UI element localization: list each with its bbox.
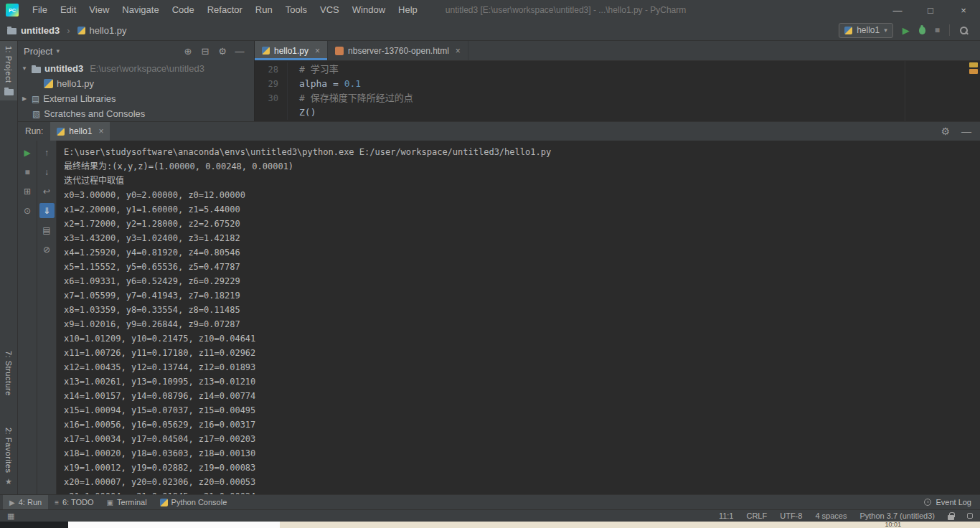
toolwindow-4-run[interactable]: ▶4: Run [3, 495, 48, 509]
run-config-selector[interactable]: hello1 ▾ [839, 23, 893, 38]
menu-vcs[interactable]: VCS [314, 0, 346, 20]
maximize-button[interactable]: □ [914, 0, 947, 20]
todo-icon: ≡ [55, 499, 59, 506]
rerun-button[interactable]: ▶ [20, 145, 35, 160]
star-icon: ★ [5, 477, 12, 486]
breadcrumb-file[interactable]: hello1.py [90, 25, 127, 36]
console-line: x11=1.00726, y11=0.17180, z11=0.02962 [64, 346, 980, 360]
restore-layout-button[interactable]: ⊞ [20, 184, 35, 199]
menu-view[interactable]: View [83, 0, 116, 20]
code-text[interactable]: # 学习率 [288, 62, 339, 77]
locate-file-button[interactable]: ⊕ [179, 46, 197, 57]
tree-path: E:\user\workspace\untitled3 [90, 63, 204, 74]
tab-nbserver-13760-open-html[interactable]: nbserver-13760-open.html× [328, 41, 468, 60]
project-panel-title[interactable]: Project [24, 46, 52, 57]
hide-panel-button[interactable]: — [231, 46, 248, 57]
print-button[interactable]: ▤ [39, 222, 55, 237]
run-tab-hello1[interactable]: hello1 × [50, 122, 110, 141]
toolwindow-terminal[interactable]: ▣Terminal [100, 495, 154, 509]
run-button[interactable]: ▶ [903, 25, 910, 36]
strip-segment [280, 522, 980, 528]
interpreter[interactable]: Python 3.7 (untitled3) [859, 512, 935, 520]
menu-run[interactable]: Run [249, 0, 279, 20]
down-stack-trace-button[interactable]: ↓ [39, 164, 55, 179]
code-text[interactable]: Z() [288, 105, 316, 120]
close-tab-icon[interactable]: × [456, 46, 461, 56]
line-number: 28 [255, 62, 288, 77]
editor-line: Z() [255, 105, 980, 120]
stripe-favorites-button[interactable]: 2: Favorites ★ [0, 423, 17, 491]
close-tab-icon[interactable]: × [98, 126, 103, 136]
stop-button[interactable]: ■ [935, 25, 940, 35]
folder-icon [4, 89, 14, 95]
tree-row-untitled3[interactable]: ▼untitled3E:\user\workspace\untitled3 [18, 61, 254, 76]
terminal-icon: ▣ [107, 499, 113, 506]
run-console-output[interactable]: E:\user\studysoftware\anaconda\envs\unti… [57, 141, 980, 494]
indicator-icon[interactable] [967, 513, 973, 519]
stop-button[interactable]: ■ [20, 164, 35, 179]
editor: hello1.py×nbserver-13760-open.html× 28# … [255, 41, 980, 121]
close-button[interactable]: × [947, 0, 980, 20]
code-token: # 学习率 [299, 64, 339, 75]
search-icon[interactable] [959, 26, 969, 35]
editor-line: 28# 学习率 [255, 62, 980, 77]
hide-run-panel-button[interactable]: — [961, 126, 971, 137]
menu-edit[interactable]: Edit [54, 0, 83, 20]
menu-tools[interactable]: Tools [279, 0, 314, 20]
menu-help[interactable]: Help [392, 0, 424, 20]
console-line: x17=1.00034, y17=0.04504, z17=0.00203 [64, 432, 980, 446]
tree-label: hello1.py [57, 78, 94, 89]
run-settings-button[interactable]: ⚙ [941, 126, 950, 137]
line-number: 30 [255, 91, 288, 105]
up-stack-trace-button[interactable]: ↑ [39, 145, 55, 160]
expanded-arrow-icon[interactable]: ▼ [21, 65, 28, 72]
menu-window[interactable]: Window [346, 0, 392, 20]
console-line: E:\user\studysoftware\anaconda\envs\unti… [64, 145, 980, 159]
tree-row-scratches-and-consoles[interactable]: Scratches and Consoles [18, 106, 254, 121]
warning-marker-icon[interactable] [969, 69, 978, 74]
soft-wrap-button[interactable]: ↩ [39, 184, 55, 199]
event-log-button[interactable]: Event Log [924, 498, 977, 506]
close-tab-icon[interactable]: × [315, 46, 320, 56]
tab-hello1-py[interactable]: hello1.py× [255, 41, 328, 60]
editor-line: 29alpha = 0.1 [255, 77, 980, 91]
console-line: x10=1.01209, y10=0.21475, z10=0.04641 [64, 331, 980, 346]
project-folder-icon [7, 28, 17, 34]
caret-position[interactable]: 11:1 [719, 512, 734, 520]
stripe-project-button[interactable]: 1: Project [0, 41, 17, 100]
debug-button[interactable] [919, 27, 925, 34]
navigation-bar: untitled3 › hello1.py hello1 ▾ ▶ ■ [0, 20, 980, 41]
content-column: Project ▾ ⊕⊟⚙— ▼untitled3E:\user\workspa… [18, 41, 980, 494]
clock-label: 10:01 [885, 522, 901, 528]
menu-refactor[interactable]: Refactor [201, 0, 249, 20]
menu-code[interactable]: Code [166, 0, 201, 20]
clear-all-button[interactable]: ⊘ [39, 242, 55, 257]
pin-tab-button[interactable]: ⊙ [20, 203, 35, 218]
tree-row-hello1-py[interactable]: hello1.py [18, 76, 254, 91]
breadcrumb-project[interactable]: untitled3 [21, 25, 60, 36]
project-panel-header: Project ▾ ⊕⊟⚙— [18, 41, 254, 61]
menu-navigate[interactable]: Navigate [116, 0, 165, 20]
run-main-toolbar: ▶■⊞⊙ [18, 141, 37, 494]
editor-body[interactable]: 28# 学习率29alpha = 0.130# 保存梯度下降所经过的点Z() [255, 61, 980, 121]
collapsed-arrow-icon[interactable]: ▶ [21, 95, 28, 102]
menu-file[interactable]: File [26, 0, 54, 20]
line-ending[interactable]: CRLF [746, 512, 767, 520]
encoding[interactable]: UTF-8 [780, 512, 802, 520]
minimize-button[interactable]: — [881, 0, 914, 20]
warning-marker-icon[interactable] [969, 62, 978, 67]
scroll-to-end-button[interactable]: ⇓ [39, 203, 55, 218]
toolwindow-6-todo[interactable]: ≡6: TODO [48, 495, 100, 509]
indent[interactable]: 4 spaces [815, 512, 847, 520]
stripe-structure-button[interactable]: 7: Structure [0, 346, 17, 401]
toolwindow-python-console[interactable]: Python Console [154, 495, 234, 509]
python-icon [57, 128, 65, 136]
project-tree: ▼untitled3E:\user\workspace\untitled3hel… [18, 61, 254, 121]
tree-row-external-libraries[interactable]: ▶External Libraries [18, 91, 254, 106]
toolwindow-quick-access-icon[interactable]: ▦ [7, 512, 14, 521]
collapse-all-button[interactable]: ⊟ [197, 46, 214, 57]
lock-icon[interactable] [948, 515, 954, 520]
code-text[interactable]: alpha = 0.1 [288, 77, 361, 91]
panel-settings-button[interactable]: ⚙ [214, 46, 231, 57]
code-text[interactable]: # 保存梯度下降所经过的点 [288, 91, 413, 105]
